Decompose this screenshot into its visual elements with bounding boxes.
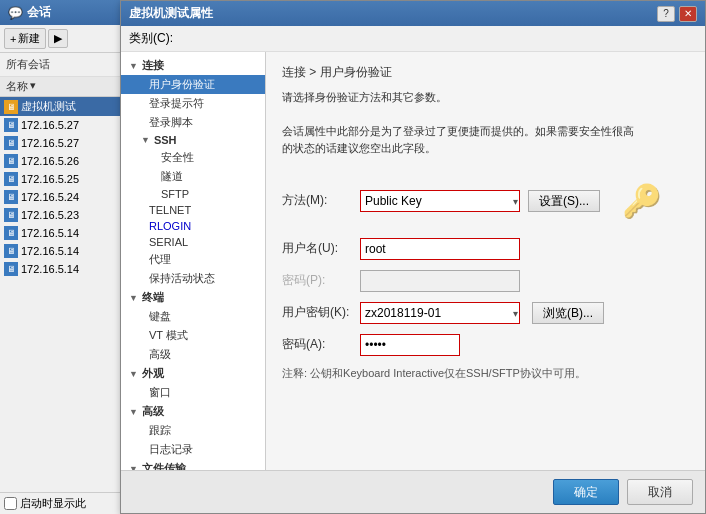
description-2: 会话属性中此部分是为了登录过了更便捷而提供的。如果需要安全性很高的状态的话建议您…	[282, 123, 642, 158]
session-icon: 🖥	[4, 244, 18, 258]
method-select[interactable]: Public Key	[360, 190, 520, 212]
dialog-titlebar: 虚拟机测试属性 ? ✕	[121, 1, 705, 26]
startup-label: 启动时显示此	[20, 496, 86, 511]
left-panel-title: 会话	[27, 4, 51, 21]
key-icon-area: 🔑	[614, 174, 670, 228]
password-label: 密码(P):	[282, 272, 354, 289]
expander-icon: ▼	[141, 135, 150, 145]
settings-button[interactable]: 设置(S)...	[528, 190, 600, 212]
session-name: 172.16.5.23	[21, 209, 79, 221]
session-item-1[interactable]: 🖥 172.16.5.27	[0, 116, 129, 134]
session-icon: 🖥	[4, 154, 18, 168]
tree-terminal[interactable]: ▼ 终端	[121, 288, 265, 307]
method-section: Public Key ▾ 设置(S)...	[360, 190, 600, 212]
session-name: 172.16.5.14	[21, 227, 79, 239]
userkey-select-wrapper: zx2018119-01 ▾	[360, 302, 520, 324]
description-1: 请选择身份验证方法和其它参数。	[282, 89, 642, 107]
help-button[interactable]: ?	[657, 6, 675, 22]
browse-button[interactable]: 浏览(B)...	[532, 302, 604, 324]
startup-checkbox[interactable]	[4, 497, 17, 510]
session-item-6[interactable]: 🖥 172.16.5.23	[0, 206, 129, 224]
tree-rlogin[interactable]: RLOGIN	[121, 218, 265, 234]
session-item-8[interactable]: 🖥 172.16.5.14	[0, 242, 129, 260]
tree-connection[interactable]: ▼ 连接	[121, 56, 265, 75]
tree-login-prompt[interactable]: 登录提示符	[121, 94, 265, 113]
session-icon: 🖥	[4, 226, 18, 240]
tree-window[interactable]: 窗口	[121, 383, 265, 402]
left-panel-header: 💬 会话	[0, 0, 129, 25]
session-item-9[interactable]: 🖥 172.16.5.14	[0, 260, 129, 278]
password-input[interactable]	[360, 270, 520, 292]
ok-button[interactable]: 确定	[553, 479, 619, 505]
tree-ssh[interactable]: ▼ SSH	[121, 132, 265, 148]
tree-keyboard[interactable]: 键盘	[121, 307, 265, 326]
userkey-select[interactable]: zx2018119-01	[360, 302, 520, 324]
userkey-label: 用户密钥(K):	[282, 304, 354, 321]
session-icon: 🖥	[4, 190, 18, 204]
username-row: 用户名(U):	[282, 238, 689, 260]
session-item-5[interactable]: 🖥 172.16.5.24	[0, 188, 129, 206]
key-icon: 🔑	[622, 182, 662, 220]
tree-serial[interactable]: SERIAL	[121, 234, 265, 250]
passphrase-label: 密码(A):	[282, 336, 354, 353]
expander-icon: ▼	[129, 369, 138, 379]
extra-icon: ▶	[54, 32, 62, 45]
username-label: 用户名(U):	[282, 240, 354, 257]
username-input[interactable]	[360, 238, 520, 260]
method-label: 方法(M):	[282, 192, 354, 209]
cancel-button[interactable]: 取消	[627, 479, 693, 505]
session-icon: 🖥	[4, 136, 18, 150]
session-item-7[interactable]: 🖥 172.16.5.14	[0, 224, 129, 242]
tree-appearance[interactable]: ▼ 外观	[121, 364, 265, 383]
session-item-3[interactable]: 🖥 172.16.5.26	[0, 152, 129, 170]
password-row: 密码(P):	[282, 270, 689, 292]
dialog-content: ▼ 连接 用户身份验证 登录提示符 登录脚本 ▼ SSH 安全性 隧道	[121, 52, 705, 470]
passphrase-row: 密码(A):	[282, 334, 689, 356]
note-text: 注释: 公钥和Keyboard Interactive仅在SSH/SFTP协议中…	[282, 366, 652, 381]
session-name: 172.16.5.14	[21, 263, 79, 275]
session-name: 172.16.5.27	[21, 119, 79, 131]
method-row: 方法(M): Public Key ▾ 设置(S)... 🔑	[282, 174, 689, 228]
expander-icon: ▼	[129, 61, 138, 71]
tree-keepalive[interactable]: 保持活动状态	[121, 269, 265, 288]
tree-log[interactable]: 日志记录	[121, 440, 265, 459]
tree-login-script[interactable]: 登录脚本	[121, 113, 265, 132]
toolbar-extra-button[interactable]: ▶	[48, 29, 68, 48]
tree-tunnel[interactable]: 隧道	[121, 167, 265, 186]
titlebar-controls: ? ✕	[657, 6, 697, 22]
expander-icon: ▼	[129, 407, 138, 417]
main-dialog: 虚拟机测试属性 ? ✕ 类别(C): ▼ 连接 用户身份验证 登录提示符 登录脚…	[120, 0, 706, 514]
session-icon: 🖥	[4, 172, 18, 186]
method-select-wrapper: Public Key ▾	[360, 190, 520, 212]
expander-icon: ▼	[129, 293, 138, 303]
chat-icon: 💬	[8, 6, 23, 20]
tree-user-auth[interactable]: 用户身份验证	[121, 75, 265, 94]
session-name: 虚拟机测试	[21, 99, 76, 114]
close-button[interactable]: ✕	[679, 6, 697, 22]
all-sessions-label: 所有会话	[0, 53, 129, 77]
session-item-2[interactable]: 🖥 172.16.5.27	[0, 134, 129, 152]
tree-proxy[interactable]: 代理	[121, 250, 265, 269]
tree-sftp[interactable]: SFTP	[121, 186, 265, 202]
dialog-title: 虚拟机测试属性	[129, 5, 213, 22]
session-item-virtual[interactable]: 🖥 虚拟机测试	[0, 97, 129, 116]
tree-advanced[interactable]: 高级	[121, 345, 265, 364]
breadcrumb: 连接 > 用户身份验证	[282, 64, 689, 81]
passphrase-input[interactable]	[360, 334, 460, 356]
tree-advanced-top[interactable]: ▼ 高级	[121, 402, 265, 421]
session-icon: 🖥	[4, 208, 18, 222]
tree-filetransfer[interactable]: ▼ 文件传输	[121, 459, 265, 470]
session-name: 172.16.5.26	[21, 155, 79, 167]
left-panel: 💬 会话 + 新建 ▶ 所有会话 名称 ▾ 🖥 虚拟机测试 🖥 172.16.5…	[0, 0, 130, 514]
new-session-button[interactable]: + 新建	[4, 28, 46, 49]
session-icon: 🖥	[4, 262, 18, 276]
tree-vtmode[interactable]: VT 模式	[121, 326, 265, 345]
session-icon: 🖥	[4, 118, 18, 132]
category-label: 类别(C):	[129, 31, 173, 45]
session-item-4[interactable]: 🖥 172.16.5.25	[0, 170, 129, 188]
tree-telnet[interactable]: TELNET	[121, 202, 265, 218]
sort-arrow: ▾	[30, 79, 36, 94]
tree-tracking[interactable]: 跟踪	[121, 421, 265, 440]
new-icon: +	[10, 33, 16, 45]
tree-security[interactable]: 安全性	[121, 148, 265, 167]
